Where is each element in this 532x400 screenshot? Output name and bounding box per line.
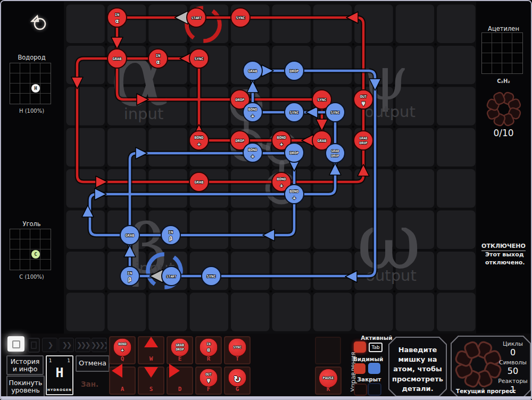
reactor-cell[interactable]	[66, 169, 105, 207]
reactor-cell[interactable]	[437, 293, 475, 331]
svg-text:IN: IN	[169, 230, 173, 235]
reactor-cell[interactable]	[396, 293, 434, 331]
instruction-grab[interactable]: GRAB	[107, 49, 127, 68]
instruction-sync[interactable]: SYNC	[231, 8, 250, 27]
leave-level-button[interactable]: Покинуть уровень	[6, 376, 45, 398]
palette-sync[interactable]: SYNCT	[224, 336, 251, 364]
reactor-cell[interactable]	[66, 5, 105, 43]
reactor-cell[interactable]	[313, 5, 352, 43]
speed-button-1[interactable]: ❯	[42, 338, 57, 352]
instruction-drop[interactable]: DROP	[285, 61, 304, 80]
instruction-out-ψ[interactable]: OUTψ	[354, 90, 373, 109]
instruction-sync[interactable]: SYNC	[189, 49, 209, 68]
reactor-cell[interactable]	[66, 87, 105, 125]
palette-arrow-right[interactable]: D	[167, 366, 193, 395]
instruction-grab[interactable]: GRAB	[189, 172, 209, 191]
reactor-cell[interactable]	[107, 293, 146, 331]
instruction-in-β[interactable]: INβ	[120, 266, 139, 286]
bottom-edge-strip	[1, 396, 531, 399]
instruction-bond-+[interactable]: BOND+	[243, 143, 262, 162]
reactor-cell[interactable]	[396, 128, 434, 166]
palette-arrow-left[interactable]: A	[109, 366, 136, 395]
reactor-cell[interactable]	[437, 5, 475, 43]
speed-button-4[interactable]: ❯❯❯❯	[92, 338, 107, 352]
zone-cell	[10, 63, 20, 73]
reactor-cell[interactable]	[437, 169, 475, 207]
reactor-cell[interactable]	[190, 293, 228, 331]
instruction-drop[interactable]: DROP	[285, 143, 304, 162]
reactor-cell[interactable]	[396, 5, 434, 43]
reactor-cell[interactable]	[148, 169, 187, 207]
reactor-cell[interactable]	[148, 293, 187, 331]
instruction-sync[interactable]: SYNC	[285, 103, 304, 122]
visible-red-toggle[interactable]	[354, 363, 365, 374]
reactor-cell[interactable]	[231, 252, 269, 290]
pause-button[interactable]: PAUSE К	[315, 366, 342, 395]
cancel-button[interactable]: Отмена	[76, 355, 110, 372]
reactor-cell[interactable]	[437, 211, 475, 249]
reactor-cell[interactable]	[231, 293, 269, 331]
tab-key-badge[interactable]: Tab	[369, 343, 383, 352]
instruction-sync[interactable]: SYNC	[326, 103, 345, 122]
palette-bond-+[interactable]: BOND+Q	[109, 336, 136, 364]
reactor-cell[interactable]	[313, 252, 352, 290]
input-zone-grid-carbon[interactable]	[10, 229, 51, 270]
reactor-cell[interactable]	[272, 5, 311, 43]
step-button[interactable]	[28, 338, 40, 353]
reactor-cell[interactable]	[354, 293, 393, 331]
reactor-cell[interactable]	[437, 87, 475, 125]
reactor-cell[interactable]	[313, 293, 352, 331]
palette-rotate[interactable]: ↻G	[224, 366, 251, 395]
reactor-cell[interactable]	[231, 211, 269, 249]
reactor-cell[interactable]	[437, 252, 475, 290]
history-info-button[interactable]: История и инфо	[6, 355, 44, 375]
reactor-cell[interactable]	[272, 211, 311, 249]
instruction-bond-+[interactable]: BOND+	[285, 185, 304, 204]
palette-grab-drop[interactable]: GRABDROPE	[167, 336, 193, 364]
active-red-toggle[interactable]	[354, 341, 366, 353]
instruction-in-α[interactable]: INα	[107, 8, 127, 27]
speed-button-2[interactable]: ❯❯	[59, 338, 74, 352]
instruction-bond-+[interactable]: BOND+	[243, 103, 262, 122]
svg-text:IN: IN	[128, 271, 132, 276]
reactor-cell[interactable]	[66, 293, 105, 331]
reactor-cell[interactable]	[148, 128, 187, 166]
palette-arrow-up[interactable]: W	[138, 336, 164, 364]
reactor-cell[interactable]	[231, 169, 269, 207]
reactor-cell[interactable]	[313, 46, 352, 84]
palette-out-ψ[interactable]: OUTψF	[195, 366, 222, 395]
reactor-cell[interactable]	[313, 211, 352, 249]
element-tile-hydrogen[interactable]: 1 1 H HYDROGEN	[46, 355, 73, 395]
input-carbon-caption: C (100%)	[1, 274, 62, 280]
palette-in-α[interactable]: INαR	[195, 336, 222, 364]
speed-button-3[interactable]: ❯❯❯	[75, 338, 90, 352]
instruction-grab[interactable]: GRAB	[120, 226, 139, 245]
instruction-start[interactable]: START	[187, 8, 206, 27]
reactor-cell[interactable]	[272, 293, 311, 331]
hotkey-label: G	[225, 386, 250, 393]
instruction-grab[interactable]: GRAB	[243, 61, 262, 80]
reactor-cell[interactable]	[437, 128, 475, 166]
reactor-cell[interactable]	[190, 211, 228, 249]
reactor-cell[interactable]	[190, 87, 228, 125]
reactor-cell[interactable]	[66, 128, 105, 166]
input-zone-grid-hydrogen[interactable]	[10, 63, 51, 104]
stop-button[interactable]	[7, 336, 24, 352]
instruction-in-α[interactable]: INα	[148, 49, 168, 68]
instruction-bond-+[interactable]: BOND+	[189, 131, 209, 150]
instruction-in-β[interactable]: INβ	[161, 226, 180, 245]
reactor-cell[interactable]	[107, 128, 146, 166]
visible-blue-toggle[interactable]	[368, 363, 380, 374]
instruction-grab-drop[interactable]: GRABDROP	[326, 144, 345, 163]
instruction-sync[interactable]: SYNC	[202, 266, 221, 286]
closed-red-toggle[interactable]	[354, 384, 367, 396]
palette-arrow-down[interactable]: S	[138, 366, 164, 395]
reactor-cell[interactable]	[354, 5, 393, 43]
reactor-cell[interactable]	[107, 169, 146, 207]
instruction-start[interactable]: START	[162, 266, 181, 286]
reactor-cell[interactable]	[66, 252, 105, 290]
reactor-cell[interactable]	[437, 46, 475, 84]
instruction-grab-drop[interactable]: GRABDROP	[354, 131, 373, 150]
closed-blue-toggle[interactable]	[368, 383, 381, 396]
reactor-cell[interactable]	[272, 252, 311, 290]
